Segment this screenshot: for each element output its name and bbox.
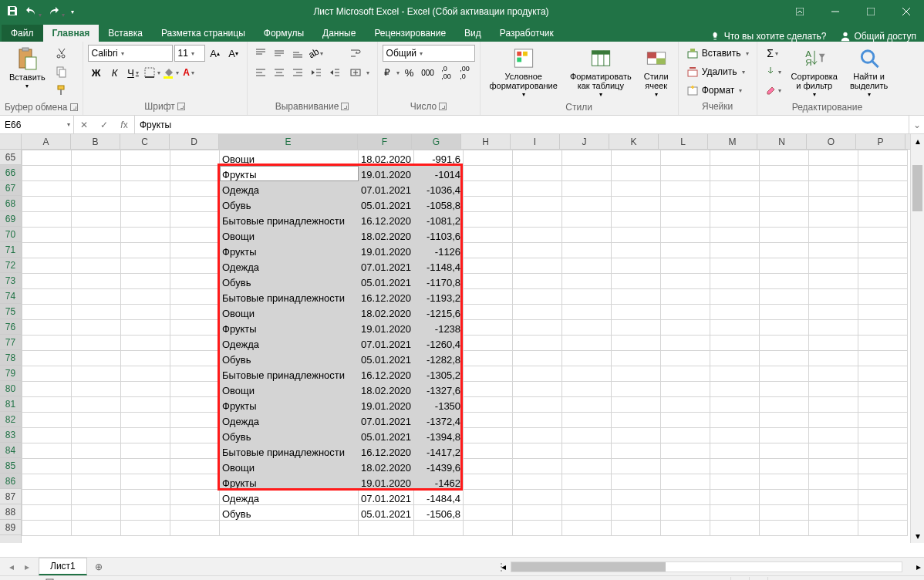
cell[interactable] xyxy=(760,443,809,459)
hscroll-thumb[interactable] xyxy=(511,562,666,572)
cell[interactable] xyxy=(760,197,809,212)
cell[interactable] xyxy=(858,336,908,351)
row-header[interactable]: 71 xyxy=(0,242,21,258)
cell[interactable] xyxy=(661,320,710,336)
cell[interactable] xyxy=(121,197,170,212)
cell[interactable] xyxy=(612,166,661,181)
cell[interactable] xyxy=(170,459,220,474)
cell[interactable] xyxy=(121,351,170,366)
cell[interactable] xyxy=(760,320,809,336)
cell[interactable] xyxy=(464,505,513,521)
cell[interactable] xyxy=(858,428,908,443)
tab-Вид[interactable]: Вид xyxy=(455,25,491,42)
col-header-B[interactable]: B xyxy=(71,134,120,149)
cell[interactable] xyxy=(612,474,661,490)
cell[interactable] xyxy=(121,258,170,274)
cell[interactable] xyxy=(513,320,562,336)
cell[interactable] xyxy=(72,243,121,258)
cell[interactable] xyxy=(72,397,121,413)
cell[interactable] xyxy=(710,320,760,336)
cell[interactable] xyxy=(72,320,121,336)
cell[interactable] xyxy=(22,212,72,228)
comma-button[interactable]: 000 xyxy=(420,64,437,81)
cell[interactable] xyxy=(513,428,562,443)
cell[interactable] xyxy=(121,490,170,505)
ribbon-options-icon[interactable] xyxy=(782,0,818,23)
sort-filter-button[interactable]: AЯ Сортировка и фильтр▾ xyxy=(787,45,842,100)
cell[interactable] xyxy=(513,197,562,212)
row-header[interactable]: 87 xyxy=(0,489,21,504)
cell[interactable] xyxy=(464,443,513,459)
cell[interactable] xyxy=(464,397,513,413)
cell[interactable] xyxy=(513,181,562,197)
cell[interactable] xyxy=(170,428,220,443)
cell[interactable] xyxy=(809,274,858,289)
scroll-down-icon[interactable]: ▾ xyxy=(911,529,924,543)
cell[interactable] xyxy=(121,443,170,459)
row-header[interactable]: 75 xyxy=(0,304,21,319)
cell[interactable] xyxy=(464,305,513,320)
cell[interactable]: -1394,8 xyxy=(414,428,464,443)
cell[interactable] xyxy=(121,320,170,336)
cell[interactable] xyxy=(612,150,661,166)
cell[interactable] xyxy=(464,490,513,505)
cell[interactable] xyxy=(710,181,760,197)
cell[interactable] xyxy=(612,521,661,536)
cell[interactable] xyxy=(170,366,220,382)
cell[interactable] xyxy=(170,181,220,197)
cell[interactable] xyxy=(22,181,72,197)
cell[interactable] xyxy=(72,474,121,490)
cell[interactable] xyxy=(612,351,661,366)
increase-indent-button[interactable] xyxy=(326,64,343,81)
cell[interactable]: 19.01.2020 xyxy=(359,166,414,181)
cell[interactable]: Бытовые принадлежности xyxy=(220,212,359,228)
cell[interactable] xyxy=(710,258,760,274)
row-header[interactable]: 82 xyxy=(0,412,21,427)
cell[interactable] xyxy=(661,212,710,228)
cell[interactable] xyxy=(760,243,809,258)
cell[interactable]: Фрукты xyxy=(220,166,359,181)
cell[interactable] xyxy=(858,397,908,413)
align-right-button[interactable] xyxy=(289,64,306,81)
cell[interactable] xyxy=(72,258,121,274)
cell[interactable] xyxy=(858,197,908,212)
cell[interactable] xyxy=(661,274,710,289)
decrease-font-button[interactable]: A▾ xyxy=(225,45,242,62)
cell[interactable] xyxy=(858,274,908,289)
cell[interactable]: Овощи xyxy=(220,228,359,243)
cell[interactable] xyxy=(661,181,710,197)
cell[interactable] xyxy=(170,336,220,351)
cell[interactable] xyxy=(72,289,121,305)
cell[interactable] xyxy=(121,150,170,166)
cell[interactable]: 05.01.2021 xyxy=(359,197,414,212)
fill-color-button[interactable] xyxy=(162,64,179,81)
cell[interactable] xyxy=(513,305,562,320)
format-cells-button[interactable]: Формат xyxy=(683,82,746,99)
cell[interactable] xyxy=(562,320,612,336)
cell[interactable] xyxy=(22,320,72,336)
cell[interactable] xyxy=(464,459,513,474)
cell[interactable] xyxy=(661,521,710,536)
cell[interactable] xyxy=(170,351,220,366)
cell[interactable] xyxy=(513,289,562,305)
cell[interactable] xyxy=(661,336,710,351)
cell[interactable]: 16.12.2020 xyxy=(359,443,414,459)
cell[interactable] xyxy=(710,443,760,459)
cell[interactable] xyxy=(121,459,170,474)
cell[interactable] xyxy=(562,181,612,197)
cell[interactable]: -1126 xyxy=(414,243,464,258)
sheet-nav-first[interactable]: ◂ xyxy=(5,560,19,574)
delete-cells-button[interactable]: Удалить xyxy=(683,63,748,80)
cell[interactable] xyxy=(170,397,220,413)
cell[interactable]: 19.01.2020 xyxy=(359,397,414,413)
cell[interactable] xyxy=(22,366,72,382)
cell[interactable] xyxy=(612,197,661,212)
cell[interactable] xyxy=(562,258,612,274)
cell[interactable]: Одежда xyxy=(220,490,359,505)
cell[interactable] xyxy=(562,351,612,366)
cell[interactable] xyxy=(72,274,121,289)
cell[interactable]: Овощи xyxy=(220,382,359,397)
cell[interactable] xyxy=(612,320,661,336)
name-box[interactable]: E66▾ xyxy=(0,116,74,133)
col-header-L[interactable]: L xyxy=(659,134,708,149)
